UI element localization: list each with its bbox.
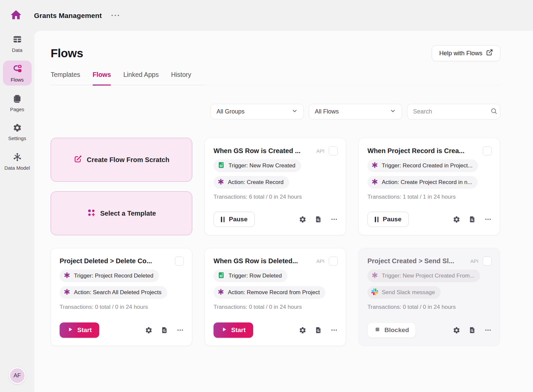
- flow-filter-value: All Flows: [315, 108, 339, 115]
- trigger-label: Trigger: New Row Created: [229, 162, 295, 169]
- sidebar-item-data[interactable]: Data: [3, 31, 32, 56]
- google-sheets-icon: [218, 161, 225, 170]
- tab-linked-apps[interactable]: Linked Apps: [123, 71, 159, 85]
- home-button[interactable]: [9, 8, 23, 23]
- user-avatar[interactable]: AF: [9, 367, 26, 384]
- flow-filter-select[interactable]: All Flows: [309, 104, 402, 119]
- trigger-label: Trigger: Row Deleted: [229, 273, 282, 279]
- select-template-button[interactable]: Select a Template: [51, 191, 192, 235]
- settings-gear-icon[interactable]: [145, 326, 153, 334]
- action-label: Action: Create Record: [228, 179, 283, 186]
- flow-checkbox[interactable]: [329, 257, 338, 266]
- start-button[interactable]: Start: [214, 322, 253, 338]
- flow-checkbox[interactable]: [483, 146, 492, 155]
- main-panel: Flows Help with Flows Templates Flows Li…: [34, 31, 533, 392]
- flow-title: When Project Record is Crea...: [367, 147, 474, 155]
- home-icon: [10, 9, 22, 23]
- flow-title: Project Created > Send Sl...: [367, 257, 466, 265]
- tab-history[interactable]: History: [171, 71, 191, 85]
- api-badge: API: [316, 258, 324, 264]
- settings-gear-icon[interactable]: [299, 216, 306, 223]
- help-with-flows-button[interactable]: Help with Flows: [432, 45, 500, 61]
- flow-checkbox[interactable]: [329, 146, 338, 155]
- app-menu-dots-icon[interactable]: ···: [111, 14, 121, 17]
- action-tag: Action: Remove Record from Project: [214, 286, 325, 299]
- create-flow-label: Create Flow From Scratch: [87, 156, 170, 164]
- flows-grid: Create Flow From Scratch Select a Templa…: [51, 138, 500, 346]
- transactions-text: Transactions: 0 total / 0 in 24 hours: [214, 304, 338, 310]
- more-options-icon[interactable]: [484, 326, 492, 334]
- more-options-icon[interactable]: [330, 216, 338, 223]
- transactions-text: Transactions: 6 total / 0 in 24 hours: [214, 194, 338, 200]
- action-tag: Action: Create Project Record in n...: [367, 176, 478, 189]
- action-label: Action: Create Project Record in n...: [382, 179, 472, 186]
- sidebar-item-label: Flows: [11, 77, 24, 83]
- edit-pencil-icon: [74, 155, 82, 165]
- pause-button[interactable]: Pause: [367, 212, 409, 227]
- settings-gear-icon[interactable]: [453, 216, 460, 223]
- sidebar-item-pages[interactable]: Pages: [3, 90, 32, 115]
- create-flow-from-scratch-button[interactable]: Create Flow From Scratch: [51, 138, 192, 182]
- sidebar-item-flows[interactable]: Flows: [3, 61, 32, 86]
- app-title: Grants Management: [34, 12, 102, 20]
- blocked-button[interactable]: Blocked: [367, 322, 416, 338]
- asterisk-icon: [371, 178, 378, 187]
- pause-icon: [221, 217, 225, 222]
- settings-gear-icon[interactable]: [299, 326, 306, 334]
- group-filter-select[interactable]: All Groups: [211, 104, 304, 119]
- trigger-tag: Trigger: New Row Created: [214, 159, 301, 172]
- blocked-square-icon: [374, 326, 381, 334]
- topbar: Grants Management ···: [0, 0, 533, 31]
- sidebar-item-label: Data: [12, 47, 23, 53]
- trigger-tag: Trigger: Record Created in Project...: [367, 159, 478, 172]
- action-label: Send Slack message: [382, 289, 435, 296]
- trigger-label: Trigger: New Project Created From...: [382, 273, 474, 279]
- flow-checkbox[interactable]: [483, 257, 492, 266]
- sidebar-item-data-model[interactable]: Data Model: [3, 149, 32, 174]
- pause-button[interactable]: Pause: [214, 212, 255, 227]
- log-document-icon[interactable]: [469, 326, 476, 334]
- sidebar-item-label: Pages: [10, 106, 24, 112]
- search-icon: [490, 107, 497, 116]
- log-document-icon[interactable]: [315, 216, 322, 223]
- asterisk-icon: [371, 272, 378, 280]
- tabs-bar: Templates Flows Linked Apps History: [51, 71, 500, 85]
- asterisk-icon: [218, 289, 224, 297]
- pause-button-label: Pause: [383, 216, 401, 223]
- asterisk-icon: [218, 178, 224, 187]
- settings-gear-icon[interactable]: [453, 326, 460, 334]
- flow-card: Project Created > Send Sl... API Trigger…: [358, 248, 500, 346]
- asterisk-icon: [64, 289, 70, 297]
- action-tag: Action: Search All Deleted Projects: [60, 286, 167, 299]
- group-filter-value: All Groups: [217, 108, 245, 115]
- more-options-icon[interactable]: [177, 326, 184, 334]
- tab-flows[interactable]: Flows: [93, 71, 111, 85]
- start-button[interactable]: Start: [60, 322, 99, 338]
- sidebar-item-settings[interactable]: Settings: [3, 120, 32, 144]
- action-label: Action: Search All Deleted Projects: [74, 289, 162, 296]
- log-document-icon[interactable]: [315, 326, 322, 334]
- template-grid-icon: [87, 208, 96, 219]
- sidebar: Data Flows Pages Settings: [0, 31, 34, 392]
- more-options-icon[interactable]: [484, 216, 492, 223]
- trigger-label: Trigger: Project Record Deleted: [74, 273, 153, 279]
- start-button-label: Start: [231, 326, 246, 334]
- log-document-icon[interactable]: [161, 326, 168, 334]
- more-options-icon[interactable]: [330, 326, 338, 334]
- google-sheets-icon: [218, 272, 225, 281]
- select-template-label: Select a Template: [100, 210, 156, 217]
- flow-checkbox[interactable]: [175, 257, 184, 266]
- action-tag: Action: Create Record: [214, 176, 289, 189]
- slack-icon: [371, 289, 378, 297]
- trigger-label: Trigger: Record Created in Project...: [382, 162, 472, 169]
- flow-title: Project Deleted > Delete Co...: [60, 257, 166, 265]
- flow-card: When GS Row is Deleted... API Trigger: R…: [205, 248, 346, 346]
- flow-card: When GS Row is Created ... API Trigger: …: [205, 138, 346, 235]
- asterisk-icon: [64, 272, 70, 280]
- log-document-icon[interactable]: [469, 216, 476, 223]
- tab-templates[interactable]: Templates: [51, 71, 80, 85]
- search-input[interactable]: [413, 108, 490, 115]
- pause-button-label: Pause: [229, 216, 248, 223]
- blocked-button-label: Blocked: [384, 326, 409, 334]
- filters-row: All Groups All Flows: [51, 104, 500, 119]
